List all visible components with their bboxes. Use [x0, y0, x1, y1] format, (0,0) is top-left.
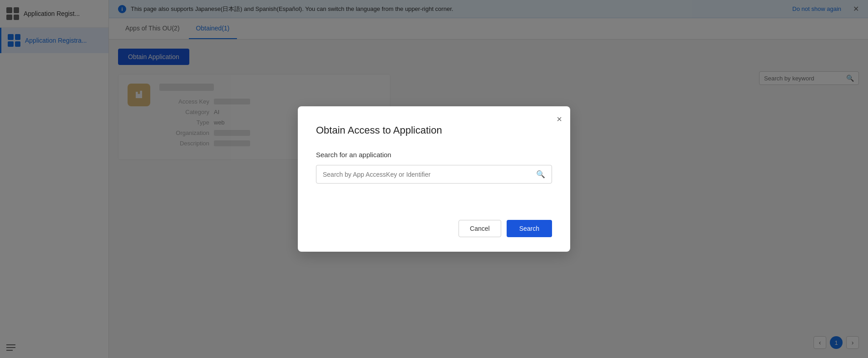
modal-close-button[interactable]: ×	[557, 114, 562, 124]
cancel-button[interactable]: Cancel	[459, 220, 501, 237]
modal-title: Obtain Access to Application	[316, 124, 552, 136]
modal-search-section-label: Search for an application	[316, 151, 552, 159]
modal-search-box: 🔍	[316, 165, 552, 184]
modal-footer: Cancel Search	[316, 220, 552, 237]
modal-overlay: Obtain Access to Application × Search fo…	[0, 0, 868, 358]
modal-search-icon: 🔍	[536, 170, 545, 179]
search-button[interactable]: Search	[507, 220, 552, 237]
obtain-access-modal: Obtain Access to Application × Search fo…	[298, 106, 570, 252]
modal-search-input[interactable]	[323, 171, 536, 178]
